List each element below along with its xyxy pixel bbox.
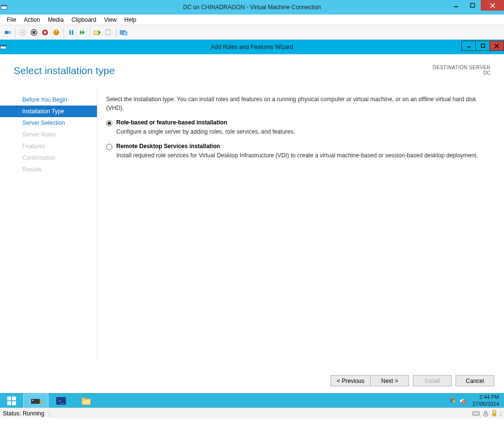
status-keyboard-icon: [482, 410, 489, 417]
svg-marker-21: [98, 30, 101, 35]
svg-rect-3: [471, 3, 474, 7]
svg-rect-42: [450, 398, 453, 400]
nav-confirmation: Confirmation: [0, 152, 97, 164]
menu-media[interactable]: Media: [44, 15, 68, 24]
svg-rect-45: [453, 400, 455, 402]
svg-marker-18: [80, 30, 82, 35]
menu-view[interactable]: View: [100, 15, 121, 24]
tray-date: 27/05/2014: [472, 401, 499, 407]
start-icon[interactable]: [17, 27, 28, 38]
svg-rect-1: [1, 5, 7, 6]
guest-taskbar: >_ 2:44 PM 27/05/2014: [0, 393, 504, 408]
wizard-titlebar: Add Roles and Features Wizard: [0, 40, 504, 54]
nav-server-selection[interactable]: Server Selection: [0, 117, 97, 129]
wizard-body: Select installation type DESTINATION SER…: [0, 54, 504, 393]
svg-rect-41: [82, 398, 86, 400]
wizard-footer: < Previous Next > Install Cancel: [331, 375, 494, 386]
system-tray: 2:44 PM 27/05/2014: [445, 394, 504, 408]
toolbar-separator: [63, 28, 64, 37]
destination-value: DC: [433, 70, 490, 76]
minimize-button[interactable]: [448, 0, 464, 11]
svg-marker-19: [82, 30, 85, 35]
start-button[interactable]: [0, 394, 23, 408]
save-icon[interactable]: [51, 27, 62, 38]
svg-rect-32: [12, 396, 16, 400]
svg-rect-16: [69, 30, 71, 35]
option-desc: Configure a single server by adding role…: [116, 128, 491, 136]
svg-rect-50: [472, 412, 479, 415]
ctrl-alt-del-icon[interactable]: [2, 27, 13, 38]
vm-guest-area: Add Roles and Features Wizard Select ins…: [0, 40, 504, 408]
turnoff-icon[interactable]: [29, 27, 39, 38]
previous-button[interactable]: < Previous: [331, 375, 370, 386]
nav-features: Features: [0, 140, 97, 152]
option-role-based[interactable]: Role-based or feature-based installation…: [106, 119, 491, 136]
svg-rect-44: [450, 400, 453, 402]
svg-marker-9: [22, 31, 25, 34]
vm-titlebar: DC on CHINADRAGON - Virtual Machine Conn…: [0, 0, 504, 15]
checkpoint-icon[interactable]: [92, 27, 103, 38]
svg-rect-33: [7, 401, 11, 405]
vm-window-title: DC on CHINADRAGON - Virtual Machine Conn…: [0, 4, 504, 11]
vm-app-icon: [0, 3, 14, 11]
svg-rect-28: [481, 44, 485, 47]
wizard-window-controls: [462, 41, 504, 51]
taskbar-powershell[interactable]: >_: [48, 394, 74, 408]
toolbar-separator: [15, 28, 16, 37]
radio-icon[interactable]: [106, 144, 112, 150]
destination-label: DESTINATION SERVER: [433, 65, 490, 70]
reset-icon[interactable]: [77, 27, 88, 38]
tray-volume-icon[interactable]: [459, 397, 466, 404]
shutdown-icon[interactable]: [40, 27, 50, 38]
wizard-maximize-button[interactable]: [475, 41, 490, 51]
cancel-button[interactable]: Cancel: [456, 375, 494, 386]
install-button: Install: [413, 375, 452, 386]
svg-point-52: [484, 411, 487, 414]
close-button[interactable]: [481, 0, 504, 11]
nav-before-you-begin[interactable]: Before You Begin: [0, 94, 97, 106]
svg-rect-20: [94, 31, 99, 35]
enhanced-session-icon[interactable]: [118, 27, 129, 38]
svg-rect-31: [7, 396, 11, 400]
option-remote-desktop[interactable]: Remote Desktop Services installation Ins…: [106, 143, 491, 160]
maximize-button[interactable]: [464, 0, 481, 11]
radio-icon[interactable]: [106, 120, 112, 126]
next-button[interactable]: Next >: [370, 375, 409, 386]
taskbar-explorer[interactable]: [74, 394, 99, 408]
menubar: File Action Media Clipboard View Help: [0, 15, 504, 25]
vm-toolbar: [0, 25, 504, 40]
resize-grip-icon[interactable]: .::: [500, 411, 501, 416]
svg-rect-7: [8, 31, 11, 34]
wizard-intro-text: Select the installation type. You can in…: [106, 95, 491, 112]
svg-rect-26: [0, 45, 6, 46]
option-desc: Install required role services for Virtu…: [116, 152, 491, 160]
status-disk-icon: [472, 410, 480, 417]
toolbar-separator: [90, 28, 90, 37]
menu-action[interactable]: Action: [20, 15, 44, 24]
wizard-close-button[interactable]: [489, 41, 504, 51]
menu-help[interactable]: Help: [121, 15, 141, 24]
tray-flag-icon[interactable]: [449, 397, 456, 404]
svg-rect-37: [40, 401, 42, 404]
svg-rect-6: [5, 31, 8, 34]
svg-rect-36: [32, 400, 34, 401]
tray-clock[interactable]: 2:44 PM 27/05/2014: [470, 394, 504, 407]
nav-installation-type[interactable]: Installation Type: [0, 106, 97, 117]
page-title: Select installation type: [14, 65, 115, 76]
svg-rect-17: [72, 30, 73, 35]
menu-clipboard[interactable]: Clipboard: [67, 15, 100, 24]
menu-file[interactable]: File: [3, 15, 20, 24]
toolbar-separator: [116, 28, 116, 37]
svg-rect-53: [492, 413, 496, 416]
svg-rect-34: [12, 401, 16, 405]
revert-icon[interactable]: [103, 27, 114, 38]
wizard-nav: Before You Begin Installation Type Serve…: [0, 89, 97, 360]
wizard-minimize-button[interactable]: [461, 41, 476, 51]
option-label: Role-based or feature-based installation: [116, 119, 227, 126]
taskbar-server-manager[interactable]: [23, 394, 48, 408]
pause-icon[interactable]: [66, 27, 77, 38]
vm-window-controls: [448, 0, 504, 11]
svg-point-13: [44, 31, 47, 33]
wizard-title: Add Roles and Features Wizard: [0, 44, 504, 50]
wizard-main: Select the installation type. You can in…: [97, 89, 504, 360]
